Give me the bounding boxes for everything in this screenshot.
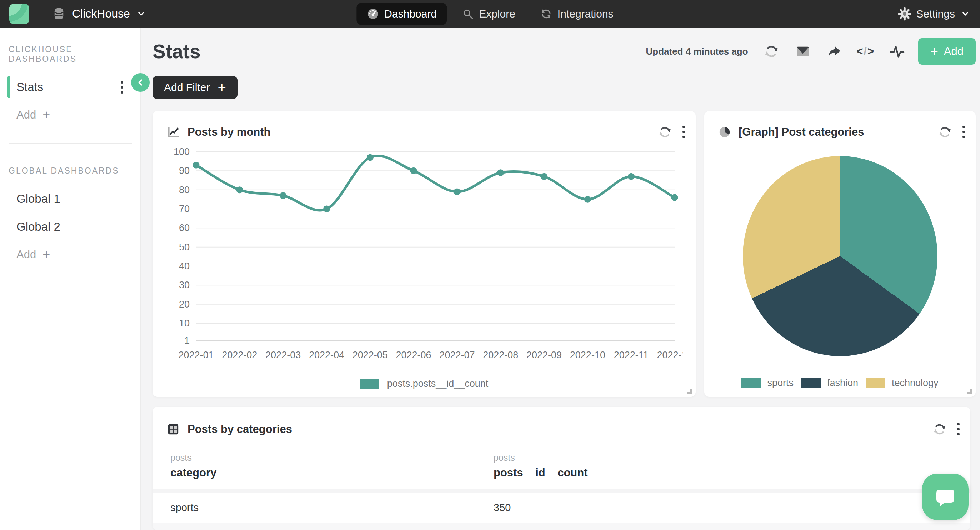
cell-category: sports — [170, 502, 493, 514]
table-header-row: posts category posts posts__id__count — [153, 440, 970, 489]
table-row[interactable]: fashion 329 — [153, 523, 970, 530]
table-divider — [153, 489, 970, 492]
refresh-chart-button[interactable] — [655, 122, 675, 143]
refresh-chart-button[interactable] — [935, 122, 955, 143]
gear-icon — [898, 7, 912, 21]
resize-handle[interactable] — [967, 388, 972, 394]
table-header-count[interactable]: posts posts__id__count — [493, 452, 953, 479]
refresh-icon — [764, 44, 779, 59]
share-dashboard-button[interactable] — [824, 41, 845, 62]
svg-text:40: 40 — [178, 261, 189, 271]
top-nav: ClickHouse Dashboard Explore — [0, 0, 980, 27]
pie-chart-icon — [718, 125, 732, 139]
resize-handle[interactable] — [687, 388, 692, 394]
header-actions: Updated 4 minutes ago — [646, 38, 976, 65]
kebab-menu-icon[interactable] — [957, 423, 959, 435]
add-label: Add — [16, 248, 36, 261]
database-icon — [51, 6, 67, 21]
sidebar-item-global-2[interactable]: Global 2 — [0, 214, 140, 239]
post-categories-pie[interactable] — [743, 156, 937, 356]
search-icon — [462, 8, 474, 20]
tab-integrations[interactable]: Integrations — [530, 3, 624, 25]
svg-text:100: 100 — [173, 146, 189, 157]
main-content: Stats Updated 4 minutes ago — [141, 27, 980, 530]
nav-tabs: Dashboard Explore Integrations — [356, 0, 623, 27]
svg-text:1: 1 — [184, 335, 189, 346]
kebab-menu-icon[interactable] — [682, 126, 685, 138]
refresh-dashboard-button[interactable] — [761, 41, 782, 62]
table-header-category[interactable]: posts category — [170, 452, 493, 479]
legend-swatch — [360, 379, 379, 388]
add-label: Add — [16, 108, 36, 121]
page-header: Stats Updated 4 minutes ago — [153, 38, 976, 65]
sidebar-divider — [9, 143, 132, 144]
tab-explore[interactable]: Explore — [452, 3, 525, 25]
legend-label: posts.posts__id__count — [387, 378, 488, 389]
add-dashboard-button[interactable]: Add + — [16, 108, 140, 123]
chat-launcher-button[interactable] — [922, 474, 969, 520]
svg-text:10: 10 — [178, 318, 189, 329]
sidebar-item-global-1[interactable]: Global 1 — [0, 186, 140, 212]
column-group-label: posts — [493, 452, 953, 463]
table-row[interactable]: sports 350 — [153, 492, 970, 523]
share-arrow-icon — [826, 44, 842, 59]
svg-text:2022-04: 2022-04 — [309, 350, 344, 360]
svg-text:2022-01: 2022-01 — [178, 350, 213, 360]
settings-label: Settings — [916, 8, 955, 20]
sidebar-item-label: Global 1 — [16, 192, 60, 206]
page-title: Stats — [153, 40, 201, 63]
svg-text:80: 80 — [178, 185, 189, 195]
kebab-menu-icon[interactable] — [121, 81, 123, 94]
svg-text:90: 90 — [178, 166, 189, 176]
column-group-label: posts — [170, 452, 493, 463]
legend-label: fashion — [827, 377, 858, 388]
app-logo[interactable] — [9, 4, 29, 24]
brand: ClickHouse — [9, 4, 146, 24]
active-indicator — [7, 76, 10, 98]
svg-text:50: 50 — [178, 242, 189, 253]
sidebar-item-stats[interactable]: Stats — [0, 75, 140, 100]
refresh-icon — [938, 125, 952, 139]
gauge-icon — [366, 8, 379, 21]
embed-code-button[interactable]: </> — [855, 41, 876, 62]
posts-by-month-plot: 11020304050607080901002022-012022-022022… — [165, 143, 683, 371]
card-title: Posts by categories — [188, 423, 292, 436]
svg-text:2022-12: 2022-12 — [657, 350, 683, 360]
add-global-dashboard-button[interactable]: Add + — [16, 247, 140, 262]
add-filter-button[interactable]: Add Filter + — [153, 76, 237, 99]
legend-item-sports[interactable]: sports — [741, 377, 794, 388]
sidebar-item-label: Global 2 — [16, 220, 60, 234]
add-filter-label: Add Filter — [164, 81, 210, 94]
email-dashboard-button[interactable] — [792, 41, 813, 62]
kebab-menu-icon[interactable] — [963, 126, 965, 138]
svg-text:2022-08: 2022-08 — [483, 350, 518, 360]
code-icon: </> — [856, 45, 875, 58]
settings-menu[interactable]: Settings — [898, 7, 971, 21]
card-posts-by-categories: Posts by categories posts category — [153, 407, 970, 530]
line-chart-legend[interactable]: posts.posts__id__count — [153, 371, 696, 397]
legend-swatch — [866, 378, 885, 388]
chevron-down-icon — [136, 9, 146, 19]
chevron-down-icon — [960, 9, 971, 19]
sidebar-collapse-button[interactable] — [131, 73, 150, 92]
database-selector[interactable]: ClickHouse — [51, 6, 146, 21]
legend-swatch — [741, 378, 761, 388]
tab-dashboard[interactable]: Dashboard — [356, 3, 447, 25]
legend-item-technology[interactable]: technology — [866, 377, 939, 388]
table-icon — [166, 422, 180, 436]
add-chart-button[interactable]: + Add — [918, 38, 976, 65]
sidebar: CLICKHOUSE DASHBOARDS Stats Add + GLOBAL… — [0, 27, 141, 530]
svg-text:2022-09: 2022-09 — [526, 350, 562, 360]
refresh-icon — [658, 125, 672, 139]
plus-icon: + — [43, 247, 50, 262]
refresh-icon — [933, 422, 947, 436]
legend-item-fashion[interactable]: fashion — [802, 377, 858, 388]
activity-button[interactable] — [887, 41, 907, 62]
card-title: [Graph] Post categories — [738, 126, 864, 138]
svg-text:2022-05: 2022-05 — [352, 350, 388, 360]
plus-icon: + — [931, 44, 938, 59]
svg-text:2022-07: 2022-07 — [439, 350, 475, 360]
plus-icon: + — [43, 108, 50, 123]
refresh-chart-button[interactable] — [929, 419, 950, 440]
sidebar-section-title: CLICKHOUSE DASHBOARDS — [9, 45, 140, 64]
